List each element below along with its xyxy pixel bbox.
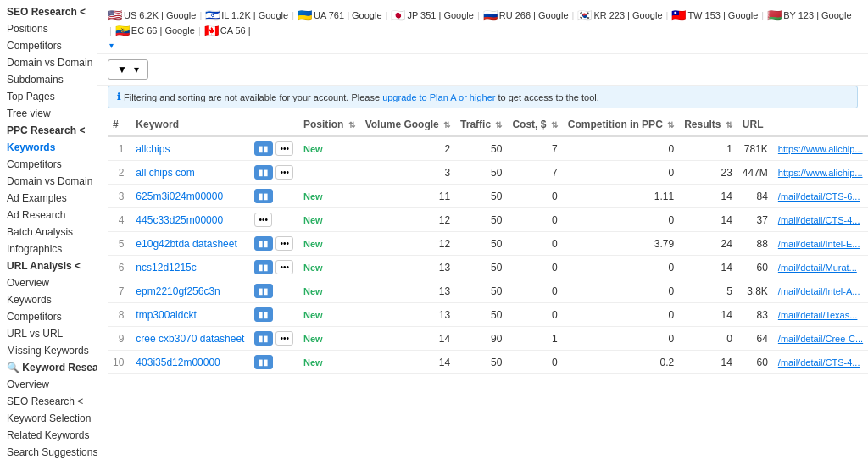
- sidebar-item[interactable]: Subdomains: [0, 71, 97, 88]
- other-link[interactable]: ▾: [108, 41, 858, 50]
- keyword-link[interactable]: allchips: [136, 143, 170, 155]
- grid-view-button[interactable]: ▮▮: [254, 307, 273, 322]
- url-link[interactable]: /mail/detail/CTS-4...: [778, 215, 860, 225]
- url-link[interactable]: https://www.alichip...: [778, 144, 863, 154]
- table-column-header[interactable]: Position ⇅: [298, 113, 360, 136]
- url-link[interactable]: /mail/detail/Intel-A...: [778, 286, 860, 296]
- flag-item[interactable]: 🇧🇾BY 123 | Google: [767, 8, 851, 22]
- sidebar-item[interactable]: SEO Research <: [0, 393, 97, 410]
- sidebar-item[interactable]: Competitors: [0, 37, 97, 54]
- keyword-link[interactable]: tmp300aidckt: [136, 309, 196, 321]
- sidebar-item[interactable]: Overview: [0, 274, 97, 291]
- grid-view-button[interactable]: ▮▮: [254, 189, 273, 203]
- keyword-link[interactable]: cree cxb3070 datasheet: [136, 333, 244, 345]
- sidebar-item[interactable]: PPC Research <: [0, 122, 97, 139]
- table-row: 10403i35d12m00000▮▮New145000.21460/mail/…: [108, 351, 868, 374]
- flag-item[interactable]: 🇨🇦CA 56 |: [204, 24, 251, 37]
- url-link[interactable]: /mail/detail/Murat...: [778, 263, 857, 273]
- more-options-button[interactable]: •••: [275, 260, 293, 274]
- chevron-down-icon: ▾: [109, 41, 114, 50]
- new-tag: New: [303, 357, 323, 368]
- sidebar-item[interactable]: Positions: [0, 20, 97, 37]
- filter-button[interactable]: ▼ ▾: [108, 59, 148, 80]
- sidebar-item[interactable]: Tree view: [0, 105, 97, 122]
- flag-item[interactable]: 🇮🇱IL 1.2K | Google: [205, 8, 288, 22]
- competition-cell: 14: [679, 208, 737, 232]
- sidebar-item[interactable]: Top Pages: [0, 88, 97, 105]
- keyword-link[interactable]: e10g42btda datasheet: [136, 238, 236, 250]
- sidebar-item[interactable]: Competitors: [0, 308, 97, 325]
- sidebar-item[interactable]: Keyword Selection: [0, 410, 97, 427]
- flag-item[interactable]: 🇰🇷KR 223 | Google: [577, 8, 662, 22]
- table-row: 6ncs12d1215c▮▮•••New1350001460/mail/deta…: [108, 256, 868, 279]
- tag-cell: New: [298, 136, 360, 161]
- flag-item[interactable]: 🇹🇼TW 153 | Google: [671, 8, 758, 22]
- flag-item[interactable]: 🇷🇺RU 266 | Google: [483, 8, 569, 22]
- table-column-header[interactable]: Volume Google ⇅: [360, 113, 455, 136]
- sidebar-item[interactable]: Overview: [0, 376, 97, 393]
- sidebar-item[interactable]: Related Keywords: [0, 427, 97, 444]
- grid-view-button[interactable]: ▮▮: [254, 141, 273, 156]
- sidebar-item[interactable]: Ad Research: [0, 207, 97, 224]
- table-column-header[interactable]: Results ⇅: [679, 113, 737, 136]
- sidebar-item[interactable]: URL Analysis <: [0, 257, 97, 274]
- more-options-button[interactable]: •••: [275, 165, 293, 180]
- grid-view-button[interactable]: ▮▮: [254, 355, 273, 369]
- grid-view-button[interactable]: ▮▮: [254, 236, 273, 251]
- keyword-link[interactable]: epm2210gf256c3n: [136, 285, 220, 297]
- sidebar-item[interactable]: Search Suggestions: [0, 444, 97, 459]
- sidebar-item[interactable]: URL vs URL: [0, 325, 97, 342]
- url-link[interactable]: https://www.alichip...: [778, 168, 863, 178]
- sidebar-item[interactable]: Infographics: [0, 241, 97, 257]
- flag-item[interactable]: 🇺🇸US 6.2K | Google: [108, 8, 196, 22]
- keyword-link[interactable]: all chips com: [136, 167, 194, 179]
- table-row: 8tmp300aidckt▮▮New1350001483/mail/detail…: [108, 303, 868, 327]
- action-buttons-cell: ▮▮•••: [249, 161, 298, 185]
- keyword-link[interactable]: 403i35d12m00000: [136, 357, 220, 368]
- url-link[interactable]: /mail/detail/CTS-6...: [778, 191, 860, 202]
- keyword-link[interactable]: 445c33d25m00000: [136, 214, 223, 226]
- url-link[interactable]: /mail/detail/Intel-E...: [778, 239, 860, 249]
- keyword-link[interactable]: 625m3i024m00000: [136, 191, 223, 202]
- table-column-header[interactable]: Competition in PPC ⇅: [563, 113, 679, 136]
- sidebar-item[interactable]: SEO Research <: [0, 3, 97, 20]
- table-column-header[interactable]: Cost, $ ⇅: [507, 113, 562, 136]
- more-options-button[interactable]: •••: [275, 141, 293, 156]
- flag-item[interactable]: 🇪🇨EC 66 | Google: [115, 24, 195, 37]
- sidebar-item[interactable]: Keywords: [0, 139, 97, 156]
- sidebar-item[interactable]: Missing Keywords: [0, 342, 97, 359]
- traffic-cell: 7: [507, 136, 562, 161]
- upgrade-link[interactable]: upgrade to Plan A or higher: [382, 92, 495, 102]
- grid-view-button[interactable]: ▮▮: [254, 284, 273, 298]
- sidebar-item[interactable]: 🔍 Keyword Research <: [0, 359, 97, 376]
- tag-cell: New: [298, 327, 360, 351]
- flag-item[interactable]: 🇯🇵JP 351 | Google: [391, 8, 474, 22]
- new-tag: New: [303, 144, 323, 154]
- tag-cell: New: [298, 279, 360, 303]
- traffic-cell: 1: [507, 327, 562, 351]
- table-column-header: Keyword: [131, 113, 249, 136]
- tag-cell: New: [298, 256, 360, 279]
- sidebar-item[interactable]: Domain vs Domain: [0, 54, 97, 71]
- url-link[interactable]: /mail/detail/CTS-4...: [778, 357, 860, 368]
- flag-item[interactable]: 🇺🇦UA 761 | Google: [298, 8, 382, 22]
- more-options-button[interactable]: •••: [275, 331, 293, 346]
- more-options-button[interactable]: •••: [275, 236, 293, 251]
- toolbar: ▼ ▾: [97, 54, 868, 86]
- url-link[interactable]: /mail/detail/Texas...: [778, 310, 858, 320]
- grid-view-button[interactable]: ▮▮: [254, 165, 273, 180]
- url-link[interactable]: /mail/detail/Cree-C...: [778, 334, 863, 344]
- sidebar-item[interactable]: Batch Analysis: [0, 224, 97, 241]
- position-cell: 14: [360, 327, 455, 351]
- sidebar-item[interactable]: Keywords: [0, 291, 97, 308]
- sidebar-item[interactable]: Competitors: [0, 156, 97, 173]
- cost-cell: 0.2: [563, 351, 679, 374]
- sidebar-item[interactable]: Domain vs Domain: [0, 173, 97, 190]
- table-column-header[interactable]: Traffic ⇅: [455, 113, 507, 136]
- more-options-button[interactable]: •••: [254, 213, 272, 227]
- grid-view-button[interactable]: ▮▮: [254, 331, 273, 346]
- grid-view-button[interactable]: ▮▮: [254, 260, 273, 274]
- action-buttons-cell: •••: [249, 208, 298, 232]
- keyword-link[interactable]: ncs12d1215c: [136, 262, 196, 274]
- sidebar-item[interactable]: Ad Examples: [0, 190, 97, 207]
